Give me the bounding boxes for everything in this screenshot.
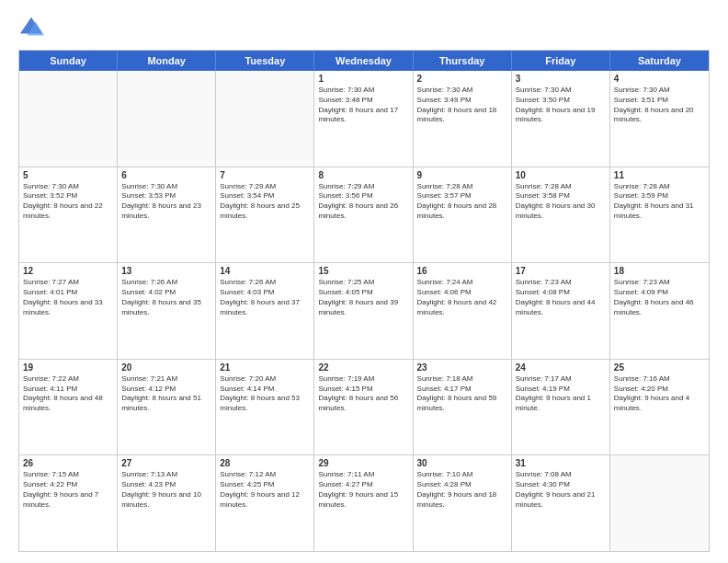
calendar-cell: 3Sunrise: 7:30 AM Sunset: 3:50 PM Daylig… — [512, 71, 610, 167]
cell-info: Sunrise: 7:23 AM Sunset: 4:08 PM Dayligh… — [516, 278, 606, 317]
day-number: 9 — [417, 170, 507, 180]
calendar-week: 12Sunrise: 7:27 AM Sunset: 4:01 PM Dayli… — [19, 263, 709, 360]
logo — [18, 15, 48, 40]
day-number: 25 — [614, 362, 705, 373]
cell-info: Sunrise: 7:16 AM Sunset: 4:20 PM Dayligh… — [614, 374, 705, 414]
cell-info: Sunrise: 7:13 AM Sunset: 4:23 PM Dayligh… — [121, 470, 211, 510]
day-number: 12 — [23, 266, 113, 276]
calendar-cell: 7Sunrise: 7:29 AM Sunset: 3:54 PM Daylig… — [216, 167, 314, 263]
cell-info: Sunrise: 7:08 AM Sunset: 4:30 PM Dayligh… — [516, 470, 606, 510]
day-number: 17 — [516, 266, 606, 276]
calendar-cell: 2Sunrise: 7:30 AM Sunset: 3:49 PM Daylig… — [414, 71, 512, 167]
calendar-cell: 28Sunrise: 7:12 AM Sunset: 4:25 PM Dayli… — [216, 455, 314, 551]
day-number: 15 — [318, 266, 408, 276]
calendar-cell — [610, 455, 709, 551]
cell-info: Sunrise: 7:21 AM Sunset: 4:12 PM Dayligh… — [121, 374, 211, 414]
day-number: 3 — [516, 74, 606, 84]
day-number: 11 — [614, 170, 705, 180]
calendar-header-cell: Sunday — [19, 51, 118, 71]
calendar-header-cell: Saturday — [610, 51, 709, 71]
calendar-cell: 11Sunrise: 7:28 AM Sunset: 3:59 PM Dayli… — [610, 167, 709, 263]
cell-info: Sunrise: 7:28 AM Sunset: 3:57 PM Dayligh… — [417, 182, 507, 222]
calendar-cell: 12Sunrise: 7:27 AM Sunset: 4:01 PM Dayli… — [19, 263, 118, 359]
day-number: 6 — [121, 170, 211, 180]
day-number: 21 — [220, 362, 310, 373]
day-number: 14 — [220, 266, 310, 276]
calendar-body: 1Sunrise: 7:30 AM Sunset: 3:48 PM Daylig… — [19, 71, 709, 551]
cell-info: Sunrise: 7:10 AM Sunset: 4:28 PM Dayligh… — [417, 470, 507, 510]
calendar-cell: 19Sunrise: 7:22 AM Sunset: 4:11 PM Dayli… — [19, 360, 118, 455]
day-number: 7 — [220, 170, 310, 180]
day-number: 10 — [516, 170, 606, 180]
calendar-cell: 13Sunrise: 7:26 AM Sunset: 4:02 PM Dayli… — [118, 263, 216, 359]
cell-info: Sunrise: 7:29 AM Sunset: 3:54 PM Dayligh… — [220, 182, 310, 222]
cell-info: Sunrise: 7:30 AM Sunset: 3:51 PM Dayligh… — [614, 86, 705, 125]
day-number: 2 — [417, 74, 507, 84]
cell-info: Sunrise: 7:30 AM Sunset: 3:50 PM Dayligh… — [516, 86, 606, 125]
calendar-header-cell: Wednesday — [314, 51, 413, 71]
day-number: 26 — [23, 458, 113, 468]
calendar-cell: 16Sunrise: 7:24 AM Sunset: 4:06 PM Dayli… — [414, 263, 512, 359]
cell-info: Sunrise: 7:30 AM Sunset: 3:48 PM Dayligh… — [318, 86, 408, 125]
calendar-cell: 23Sunrise: 7:18 AM Sunset: 4:17 PM Dayli… — [414, 360, 512, 455]
calendar-cell — [19, 71, 118, 167]
cell-info: Sunrise: 7:11 AM Sunset: 4:27 PM Dayligh… — [318, 470, 408, 510]
day-number: 28 — [220, 458, 310, 468]
calendar-cell: 1Sunrise: 7:30 AM Sunset: 3:48 PM Daylig… — [314, 71, 413, 167]
calendar-week: 26Sunrise: 7:15 AM Sunset: 4:22 PM Dayli… — [19, 455, 709, 551]
day-number: 13 — [121, 266, 211, 276]
calendar-cell — [118, 71, 216, 167]
day-number: 27 — [121, 458, 211, 468]
cell-info: Sunrise: 7:29 AM Sunset: 3:56 PM Dayligh… — [318, 182, 408, 222]
calendar-header-cell: Monday — [118, 51, 216, 71]
cell-info: Sunrise: 7:30 AM Sunset: 3:52 PM Dayligh… — [23, 182, 113, 222]
calendar-cell: 30Sunrise: 7:10 AM Sunset: 4:28 PM Dayli… — [414, 455, 512, 551]
cell-info: Sunrise: 7:28 AM Sunset: 3:58 PM Dayligh… — [516, 182, 606, 222]
calendar-cell: 9Sunrise: 7:28 AM Sunset: 3:57 PM Daylig… — [414, 167, 512, 263]
calendar-cell: 27Sunrise: 7:13 AM Sunset: 4:23 PM Dayli… — [118, 455, 216, 551]
calendar-cell: 17Sunrise: 7:23 AM Sunset: 4:08 PM Dayli… — [512, 263, 610, 359]
calendar-cell: 25Sunrise: 7:16 AM Sunset: 4:20 PM Dayli… — [610, 360, 709, 455]
cell-info: Sunrise: 7:18 AM Sunset: 4:17 PM Dayligh… — [417, 374, 507, 414]
calendar-cell: 15Sunrise: 7:25 AM Sunset: 4:05 PM Dayli… — [314, 263, 413, 359]
day-number: 24 — [516, 362, 606, 373]
calendar-cell: 22Sunrise: 7:19 AM Sunset: 4:15 PM Dayli… — [314, 360, 413, 455]
calendar-week: 5Sunrise: 7:30 AM Sunset: 3:52 PM Daylig… — [19, 167, 709, 264]
day-number: 22 — [318, 362, 408, 373]
day-number: 5 — [23, 170, 113, 180]
logo-icon — [18, 15, 44, 40]
calendar-cell: 4Sunrise: 7:30 AM Sunset: 3:51 PM Daylig… — [610, 71, 709, 167]
cell-info: Sunrise: 7:30 AM Sunset: 3:49 PM Dayligh… — [417, 86, 507, 125]
calendar: SundayMondayTuesdayWednesdayThursdayFrid… — [18, 50, 710, 552]
cell-info: Sunrise: 7:30 AM Sunset: 3:53 PM Dayligh… — [121, 182, 211, 222]
calendar-cell: 6Sunrise: 7:30 AM Sunset: 3:53 PM Daylig… — [118, 167, 216, 263]
cell-info: Sunrise: 7:26 AM Sunset: 4:02 PM Dayligh… — [121, 278, 211, 317]
calendar-cell: 18Sunrise: 7:23 AM Sunset: 4:09 PM Dayli… — [610, 263, 709, 359]
cell-info: Sunrise: 7:20 AM Sunset: 4:14 PM Dayligh… — [220, 374, 310, 414]
cell-info: Sunrise: 7:27 AM Sunset: 4:01 PM Dayligh… — [23, 278, 113, 317]
day-number: 8 — [318, 170, 408, 180]
day-number: 19 — [23, 362, 113, 373]
calendar-cell: 5Sunrise: 7:30 AM Sunset: 3:52 PM Daylig… — [19, 167, 118, 263]
calendar-header-cell: Tuesday — [216, 51, 314, 71]
calendar-header-cell: Friday — [512, 51, 610, 71]
calendar-cell: 10Sunrise: 7:28 AM Sunset: 3:58 PM Dayli… — [512, 167, 610, 263]
calendar-cell — [216, 71, 314, 167]
day-number: 23 — [417, 362, 507, 373]
calendar-cell: 31Sunrise: 7:08 AM Sunset: 4:30 PM Dayli… — [512, 455, 610, 551]
day-number: 4 — [614, 74, 705, 84]
day-number: 31 — [516, 458, 606, 468]
calendar-cell: 24Sunrise: 7:17 AM Sunset: 4:19 PM Dayli… — [512, 360, 610, 455]
calendar-header-cell: Thursday — [414, 51, 512, 71]
calendar-cell: 21Sunrise: 7:20 AM Sunset: 4:14 PM Dayli… — [216, 360, 314, 455]
calendar-week: 19Sunrise: 7:22 AM Sunset: 4:11 PM Dayli… — [19, 360, 709, 456]
calendar-cell: 20Sunrise: 7:21 AM Sunset: 4:12 PM Dayli… — [118, 360, 216, 455]
cell-info: Sunrise: 7:24 AM Sunset: 4:06 PM Dayligh… — [417, 278, 507, 317]
day-number: 16 — [417, 266, 507, 276]
day-number: 20 — [121, 362, 211, 373]
calendar-cell: 8Sunrise: 7:29 AM Sunset: 3:56 PM Daylig… — [314, 167, 413, 263]
calendar-cell: 14Sunrise: 7:26 AM Sunset: 4:03 PM Dayli… — [216, 263, 314, 359]
cell-info: Sunrise: 7:22 AM Sunset: 4:11 PM Dayligh… — [23, 374, 113, 414]
page: SundayMondayTuesdayWednesdayThursdayFrid… — [0, 0, 728, 563]
calendar-week: 1Sunrise: 7:30 AM Sunset: 3:48 PM Daylig… — [19, 71, 709, 167]
